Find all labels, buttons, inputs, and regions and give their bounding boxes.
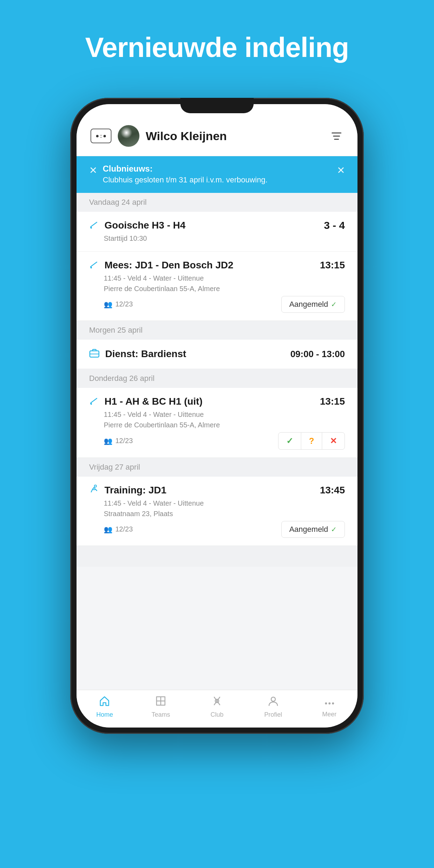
match-subtitle-gooische: Starttijd 10:30 [104,233,345,244]
hockey-icon-mees [89,259,99,272]
aangemeld-button-mees[interactable]: Aangemeld ✓ [281,296,345,313]
match-detail1-training: 11:45 - Veld 4 - Water - Uittenue [104,498,345,508]
svg-point-8 [328,702,331,704]
aangemeld-check-icon-training: ✓ [331,525,337,534]
nav-label-club: Club [210,711,223,718]
match-participants-mees: 👥 12/23 [104,300,133,309]
filter-line-1 [332,132,341,133]
meer-icon [324,696,335,709]
svg-point-6 [271,697,275,701]
bottom-spacer [77,546,357,567]
match-detail1-mees: 11:45 - Veld 4 - Water - Uittenue [104,273,345,283]
match-footer-h1: 👥 12/23 ✓ ? ✕ [104,432,345,450]
match-participants-h1: 👥 12/23 [104,437,133,445]
participants-count-mees: 12/23 [115,300,133,308]
app-content: : Wilco Kleijnen ✕ Clubnieuws: Clubhuis … [77,104,357,728]
response-no-button[interactable]: ✕ [322,433,345,449]
teams-icon [155,696,166,709]
date-header-morgen: Morgen 25 april [77,321,357,340]
screen: : Wilco Kleijnen ✕ Clubnieuws: Clubhuis … [77,104,357,728]
aangemeld-label-training: Aangemeld [289,525,328,534]
match-card-mees: Mees: JD1 - Den Bosch JD2 13:15 11:45 - … [77,252,357,321]
match-time-training: 13:45 [320,485,345,496]
svg-point-9 [332,702,334,704]
match-row-top-training: Training: JD1 13:45 [89,484,345,497]
match-title-training: Training: JD1 [104,485,166,496]
hockey-icon-h1 [89,396,99,408]
phone-shell: : Wilco Kleijnen ✕ Clubnieuws: Clubhuis … [70,98,364,734]
nav-item-teams[interactable]: Teams [133,696,189,718]
dienst-card-bardienst: Dienst: Bardienst 09:00 - 13:00 [77,340,357,369]
date-header-vrijdag: Vrijdag 27 april [77,458,357,477]
match-footer-training: 👥 12/23 Aangemeld ✓ [104,521,345,538]
dienst-title: Dienst: Bardienst [105,348,186,360]
nav-label-profiel: Profiel [264,711,282,718]
match-title-gooische: Gooische H3 - H4 [104,220,186,231]
svg-point-2 [94,485,96,487]
aangemeld-check-icon: ✓ [331,300,337,309]
match-card-h1: H1 - AH & BC H1 (uit) 13:15 11:45 - Veld… [77,388,357,458]
nav-item-home[interactable]: Home [77,696,133,718]
date-header-donderdag: Donderdag 26 april [77,369,357,388]
home-icon [99,696,110,709]
news-body: Clubhuis gesloten t/m 31 april i.v.m. ve… [103,175,331,185]
response-yes-button[interactable]: ✓ [279,433,301,449]
notch [180,98,254,113]
news-banner: ✕ Clubnieuws: Clubhuis gesloten t/m 31 a… [77,156,357,193]
club-icon [211,696,223,709]
aangemeld-label-mees: Aangemeld [289,300,328,309]
score-icon[interactable]: : [91,129,111,143]
filter-line-3 [334,139,339,140]
filter-icon[interactable] [330,130,343,142]
participants-icon: 👥 [104,300,113,309]
news-dismiss-icon[interactable]: ✕ [89,165,97,176]
match-title-h1: H1 - AH & BC H1 (uit) [104,396,203,407]
match-detail2-training: Straatnaam 23, Plaats [104,508,345,519]
participants-count-h1: 12/23 [115,437,133,445]
response-buttons: ✓ ? ✕ [278,432,345,450]
match-detail1-h1: 11:45 - Veld 4 - Water - Uittenue [104,409,345,420]
news-text: Clubnieuws: Clubhuis gesloten t/m 31 apr… [103,164,331,185]
participants-count-training: 12/23 [115,525,133,533]
news-title: Clubnieuws: [103,164,331,174]
match-participants-training: 👥 12/23 [104,525,133,534]
dienst-left: Dienst: Bardienst [89,348,186,360]
briefcase-icon [89,348,100,360]
match-card-training-jd1: Training: JD1 13:45 11:45 - Veld 4 - Wat… [77,477,357,546]
hockey-icon [89,219,99,232]
news-close-button[interactable]: ✕ [337,165,345,176]
scroll-content[interactable]: Vandaag 24 april Gooische H3 - H [77,193,357,690]
nav-item-club[interactable]: Club [189,696,245,718]
match-left: Gooische H3 - H4 [89,219,186,232]
match-card-gooische: Gooische H3 - H4 3 - 4 Starttijd 10:30 [77,212,357,252]
match-row-top-h1: H1 - AH & BC H1 (uit) 13:15 [89,396,345,408]
nav-item-meer[interactable]: Meer [301,696,357,718]
match-row-top: Gooische H3 - H4 3 - 4 [89,219,345,232]
page-title: Vernieuwde indeling [0,0,434,85]
bottom-nav: Home Teams [77,690,357,728]
match-time-h1: 13:15 [320,396,345,407]
dienst-row: Dienst: Bardienst 09:00 - 13:00 [89,348,345,360]
match-detail2-mees: Pierre de Coubertinlaan 55-A, Almere [104,283,345,294]
nav-label-teams: Teams [152,711,170,718]
nav-label-meer: Meer [322,711,337,718]
match-left-h1: H1 - AH & BC H1 (uit) [89,396,203,408]
match-detail2-h1: Pierre de Coubertinlaan 55-A, Almere [104,420,345,430]
profiel-icon [268,696,279,709]
avatar[interactable] [118,125,139,147]
nav-item-profiel[interactable]: Profiel [245,696,301,718]
dienst-time: 09:00 - 13:00 [290,349,345,360]
match-score-gooische: 3 - 4 [324,219,345,231]
match-left-mees: Mees: JD1 - Den Bosch JD2 [89,259,233,272]
filter-line-2 [333,136,340,137]
date-header-today: Vandaag 24 april [77,193,357,212]
match-footer-mees: 👥 12/23 Aangemeld ✓ [104,296,345,313]
participants-icon-training: 👥 [104,525,113,534]
running-icon [89,484,99,497]
svg-point-7 [325,702,327,704]
match-row-top-mees: Mees: JD1 - Den Bosch JD2 13:15 [89,259,345,272]
match-left-training: Training: JD1 [89,484,166,497]
response-maybe-button[interactable]: ? [301,433,322,449]
match-time-mees: 13:15 [320,260,345,271]
aangemeld-button-training[interactable]: Aangemeld ✓ [281,521,345,538]
